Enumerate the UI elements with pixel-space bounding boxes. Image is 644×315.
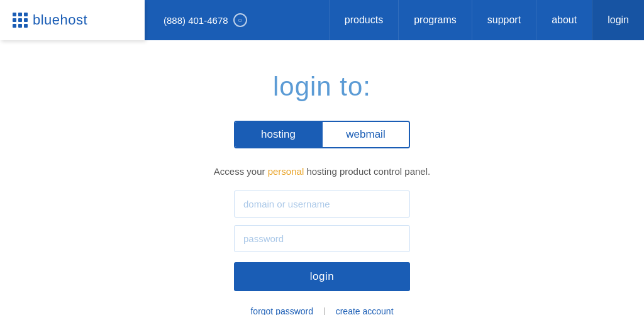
footer-links: forgot password | create account (250, 306, 393, 315)
description-highlight: personal (268, 166, 304, 177)
nav-item-support[interactable]: support (472, 0, 536, 40)
phone-number[interactable]: (888) 401-4678 (164, 15, 228, 26)
nav-item-programs[interactable]: programs (398, 0, 472, 40)
logo-area: bluehost (0, 0, 145, 40)
logo-text[interactable]: bluehost (33, 12, 87, 28)
nav-item-products[interactable]: products (329, 0, 398, 40)
nav-links: products programs support about login (329, 0, 644, 40)
logo-grid-icon (13, 13, 26, 28)
forgot-password-link[interactable]: forgot password (250, 306, 313, 315)
description-pre: Access your (214, 166, 268, 177)
nav-area: (888) 401-4678 ○ products programs suppo… (145, 0, 644, 40)
username-input[interactable] (234, 191, 410, 218)
login-form: login (234, 191, 410, 291)
nav-item-login[interactable]: login (592, 0, 644, 40)
description-text: Access your personal hosting product con… (214, 166, 430, 177)
nav-item-about[interactable]: about (536, 0, 592, 40)
login-title: login to: (273, 72, 371, 102)
tab-hosting[interactable]: hosting (235, 122, 321, 147)
tab-group: hosting webmail (234, 121, 410, 148)
chat-icon[interactable]: ○ (233, 13, 247, 27)
password-input[interactable] (234, 225, 410, 252)
footer-divider: | (323, 306, 326, 315)
login-button[interactable]: login (234, 262, 410, 291)
create-account-link[interactable]: create account (336, 306, 394, 315)
phone-section: (888) 401-4678 ○ (151, 13, 260, 27)
description-post: hosting product control panel. (304, 166, 430, 177)
main-content: login to: hosting webmail Access your pe… (0, 40, 644, 315)
tab-webmail[interactable]: webmail (321, 122, 409, 147)
